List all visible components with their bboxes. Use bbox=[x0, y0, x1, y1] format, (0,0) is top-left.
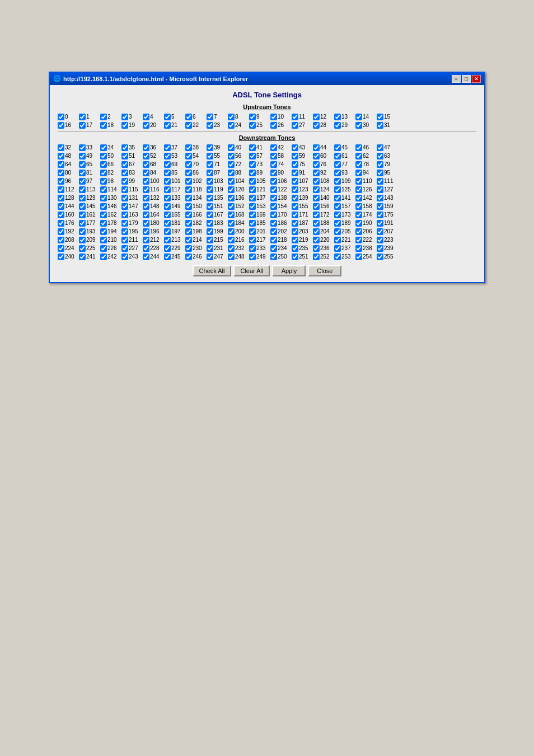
close-window-button[interactable]: ✕ bbox=[472, 75, 481, 83]
downstream-tone-check-112[interactable] bbox=[58, 186, 64, 193]
downstream-tone-check-150[interactable] bbox=[185, 203, 192, 210]
downstream-tone-check-228[interactable] bbox=[143, 245, 149, 252]
downstream-tone-check-141[interactable] bbox=[334, 195, 341, 201]
upstream-tone-check-22[interactable] bbox=[185, 122, 192, 129]
downstream-tone-check-140[interactable] bbox=[313, 195, 320, 201]
downstream-tone-check-66[interactable] bbox=[100, 161, 107, 168]
downstream-tone-check-155[interactable] bbox=[292, 203, 298, 210]
downstream-tone-check-216[interactable] bbox=[228, 237, 235, 243]
downstream-tone-check-217[interactable] bbox=[249, 237, 256, 243]
downstream-tone-check-212[interactable] bbox=[143, 237, 149, 243]
downstream-tone-check-200[interactable] bbox=[228, 228, 235, 235]
upstream-tone-check-26[interactable] bbox=[270, 122, 277, 129]
downstream-tone-check-188[interactable] bbox=[313, 220, 320, 227]
downstream-tone-check-133[interactable] bbox=[164, 195, 171, 201]
upstream-tone-check-15[interactable] bbox=[377, 114, 383, 120]
downstream-tone-check-209[interactable] bbox=[79, 237, 86, 243]
downstream-tone-check-159[interactable] bbox=[377, 203, 383, 210]
downstream-tone-check-144[interactable] bbox=[58, 203, 64, 210]
downstream-tone-check-204[interactable] bbox=[313, 228, 320, 235]
downstream-tone-check-229[interactable] bbox=[164, 245, 171, 252]
downstream-tone-check-59[interactable] bbox=[292, 153, 298, 159]
downstream-tone-check-236[interactable] bbox=[313, 245, 320, 252]
downstream-tone-check-242[interactable] bbox=[100, 253, 107, 260]
downstream-tone-check-93[interactable] bbox=[334, 170, 341, 176]
downstream-tone-check-214[interactable] bbox=[185, 237, 192, 243]
downstream-tone-check-110[interactable] bbox=[355, 178, 362, 185]
downstream-tone-check-146[interactable] bbox=[100, 203, 107, 210]
downstream-tone-check-118[interactable] bbox=[185, 186, 192, 193]
downstream-tone-check-201[interactable] bbox=[249, 228, 256, 235]
downstream-tone-check-95[interactable] bbox=[377, 170, 383, 176]
downstream-tone-check-203[interactable] bbox=[292, 228, 298, 235]
downstream-tone-check-172[interactable] bbox=[313, 212, 320, 218]
downstream-tone-check-36[interactable] bbox=[143, 144, 149, 151]
upstream-tone-check-24[interactable] bbox=[228, 122, 235, 129]
downstream-tone-check-245[interactable] bbox=[164, 253, 171, 260]
downstream-tone-check-61[interactable] bbox=[334, 153, 341, 159]
downstream-tone-check-100[interactable] bbox=[143, 178, 149, 185]
downstream-tone-check-116[interactable] bbox=[143, 186, 149, 193]
downstream-tone-check-253[interactable] bbox=[334, 253, 341, 260]
downstream-tone-check-207[interactable] bbox=[377, 228, 383, 235]
downstream-tone-check-160[interactable] bbox=[58, 212, 64, 218]
downstream-tone-check-194[interactable] bbox=[100, 228, 107, 235]
downstream-tone-check-104[interactable] bbox=[228, 178, 235, 185]
downstream-tone-check-231[interactable] bbox=[207, 245, 213, 252]
downstream-tone-check-145[interactable] bbox=[79, 203, 86, 210]
upstream-tone-check-4[interactable] bbox=[143, 114, 149, 120]
downstream-tone-check-51[interactable] bbox=[121, 153, 128, 159]
downstream-tone-check-139[interactable] bbox=[292, 195, 298, 201]
downstream-tone-check-126[interactable] bbox=[355, 186, 362, 193]
upstream-tone-check-28[interactable] bbox=[313, 122, 320, 129]
downstream-tone-check-92[interactable] bbox=[313, 170, 320, 176]
downstream-tone-check-233[interactable] bbox=[249, 245, 256, 252]
downstream-tone-check-41[interactable] bbox=[249, 144, 256, 151]
downstream-tone-check-154[interactable] bbox=[270, 203, 277, 210]
downstream-tone-check-39[interactable] bbox=[207, 144, 213, 151]
downstream-tone-check-252[interactable] bbox=[313, 253, 320, 260]
downstream-tone-check-94[interactable] bbox=[355, 170, 362, 176]
downstream-tone-check-83[interactable] bbox=[121, 170, 128, 176]
downstream-tone-check-38[interactable] bbox=[185, 144, 192, 151]
upstream-tone-check-7[interactable] bbox=[207, 114, 213, 120]
downstream-tone-check-178[interactable] bbox=[100, 220, 107, 227]
downstream-tone-check-114[interactable] bbox=[100, 186, 107, 193]
upstream-tone-check-6[interactable] bbox=[185, 114, 192, 120]
downstream-tone-check-190[interactable] bbox=[355, 220, 362, 227]
downstream-tone-check-60[interactable] bbox=[313, 153, 320, 159]
downstream-tone-check-232[interactable] bbox=[228, 245, 235, 252]
upstream-tone-check-21[interactable] bbox=[164, 122, 171, 129]
downstream-tone-check-81[interactable] bbox=[79, 170, 86, 176]
downstream-tone-check-187[interactable] bbox=[292, 220, 298, 227]
downstream-tone-check-246[interactable] bbox=[185, 253, 192, 260]
downstream-tone-check-234[interactable] bbox=[270, 245, 277, 252]
downstream-tone-check-193[interactable] bbox=[79, 228, 86, 235]
downstream-tone-check-121[interactable] bbox=[249, 186, 256, 193]
downstream-tone-check-185[interactable] bbox=[249, 220, 256, 227]
downstream-tone-check-186[interactable] bbox=[270, 220, 277, 227]
downstream-tone-check-68[interactable] bbox=[143, 161, 149, 168]
upstream-tone-check-20[interactable] bbox=[143, 122, 149, 129]
downstream-tone-check-247[interactable] bbox=[207, 253, 213, 260]
upstream-tone-check-27[interactable] bbox=[292, 122, 298, 129]
downstream-tone-check-248[interactable] bbox=[228, 253, 235, 260]
downstream-tone-check-101[interactable] bbox=[164, 178, 171, 185]
downstream-tone-check-151[interactable] bbox=[207, 203, 213, 210]
downstream-tone-check-131[interactable] bbox=[121, 195, 128, 201]
downstream-tone-check-192[interactable] bbox=[58, 228, 64, 235]
downstream-tone-check-123[interactable] bbox=[292, 186, 298, 193]
downstream-tone-check-63[interactable] bbox=[377, 153, 383, 159]
downstream-tone-check-162[interactable] bbox=[100, 212, 107, 218]
upstream-tone-check-17[interactable] bbox=[79, 122, 86, 129]
downstream-tone-check-135[interactable] bbox=[207, 195, 213, 201]
downstream-tone-check-105[interactable] bbox=[249, 178, 256, 185]
downstream-tone-check-108[interactable] bbox=[313, 178, 320, 185]
downstream-tone-check-106[interactable] bbox=[270, 178, 277, 185]
downstream-tone-check-115[interactable] bbox=[121, 186, 128, 193]
downstream-tone-check-80[interactable] bbox=[58, 170, 64, 176]
downstream-tone-check-251[interactable] bbox=[292, 253, 298, 260]
downstream-tone-check-102[interactable] bbox=[185, 178, 192, 185]
downstream-tone-check-244[interactable] bbox=[143, 253, 149, 260]
downstream-tone-check-225[interactable] bbox=[79, 245, 86, 252]
